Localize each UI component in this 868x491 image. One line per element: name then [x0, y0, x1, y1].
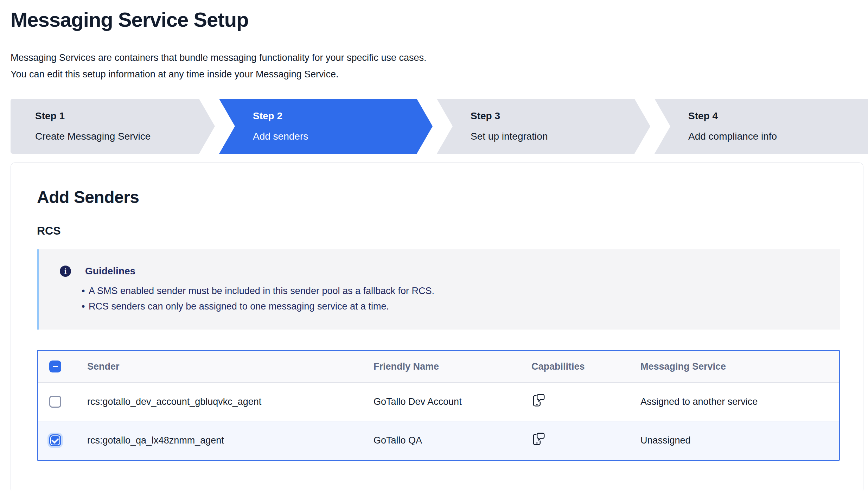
messaging-service-cell: Assigned to another service	[629, 382, 839, 421]
sender-cell: rcs:gotallo_qa_lx48znmm_agent	[76, 421, 362, 460]
rcs-capability-icon	[531, 432, 546, 447]
setup-stepper: Step 1 Create Messaging Service Step 2 A…	[11, 99, 868, 154]
info-icon: i	[60, 266, 71, 277]
intro-line-1: Messaging Services are containers that b…	[11, 50, 868, 66]
capabilities-cell	[520, 382, 629, 421]
stepper-step-4[interactable]: Step 4 Add compliance info	[655, 99, 868, 154]
step-label: Step 2	[253, 110, 433, 122]
page-intro: Messaging Services are containers that b…	[11, 50, 868, 83]
column-header-sender: Sender	[76, 351, 362, 382]
row-checkbox-cell	[38, 382, 76, 421]
select-all-checkbox[interactable]	[49, 361, 61, 372]
row-checkbox-unchecked[interactable]	[49, 396, 61, 408]
row-checkbox-cell	[38, 421, 76, 460]
friendly-name-cell: GoTallo Dev Account	[362, 382, 520, 421]
rcs-capability-icon	[531, 393, 546, 408]
step-label: Step 4	[688, 110, 868, 122]
add-senders-card: Add Senders RCS i Guidelines A SMS enabl…	[11, 162, 863, 491]
step-description: Create Messaging Service	[35, 131, 215, 142]
messaging-service-setup-page: Messaging Service Setup Messaging Servic…	[0, 8, 868, 491]
step-description: Set up integration	[471, 131, 650, 142]
sender-cell: rcs:gotallo_dev_account_gbluqvkc_agent	[76, 382, 362, 421]
stepper-step-2-active[interactable]: Step 2 Add senders	[219, 99, 433, 154]
senders-table-container: Sender Friendly Name Capabilities Messag…	[37, 350, 840, 461]
table-row-selected[interactable]: rcs:gotallo_qa_lx48znmm_agent GoTallo QA	[38, 421, 839, 460]
messaging-service-cell: Unassigned	[629, 421, 839, 460]
capabilities-cell	[520, 421, 629, 460]
select-all-cell	[38, 351, 76, 382]
step-description: Add compliance info	[688, 131, 868, 142]
rcs-section-heading: RCS	[37, 224, 840, 237]
guideline-item: RCS senders can only be assigned to one …	[60, 299, 826, 314]
step-label: Step 3	[471, 110, 650, 122]
column-header-capabilities: Capabilities	[520, 351, 629, 382]
stepper-step-3[interactable]: Step 3 Set up integration	[437, 99, 650, 154]
step-description: Add senders	[253, 131, 433, 142]
column-header-friendly-name: Friendly Name	[362, 351, 520, 382]
guidelines-list: A SMS enabled sender must be included in…	[60, 283, 826, 314]
step-label: Step 1	[35, 110, 215, 122]
page-title: Messaging Service Setup	[11, 8, 868, 31]
row-checkbox-checked[interactable]	[49, 434, 61, 446]
table-header-row: Sender Friendly Name Capabilities Messag…	[38, 351, 839, 382]
friendly-name-cell: GoTallo QA	[362, 421, 520, 460]
guideline-item: A SMS enabled sender must be included in…	[60, 283, 826, 299]
senders-table: Sender Friendly Name Capabilities Messag…	[38, 351, 839, 460]
table-row[interactable]: rcs:gotallo_dev_account_gbluqvkc_agent G…	[38, 382, 839, 421]
guidelines-title: Guidelines	[85, 266, 135, 277]
stepper-step-1[interactable]: Step 1 Create Messaging Service	[11, 99, 215, 154]
card-heading: Add Senders	[37, 187, 840, 207]
guidelines-callout: i Guidelines A SMS enabled sender must b…	[37, 249, 840, 330]
column-header-messaging-service: Messaging Service	[629, 351, 839, 382]
guidelines-header: i Guidelines	[60, 265, 826, 278]
intro-line-2: You can edit this setup information at a…	[11, 66, 868, 83]
